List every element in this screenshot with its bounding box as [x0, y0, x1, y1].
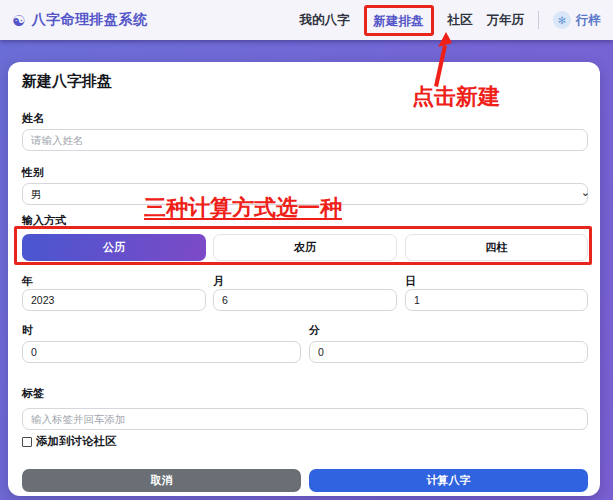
- annotation-choose-method-text: 三种计算方式选一种: [144, 193, 342, 223]
- tab-lunar-calendar[interactable]: 农历: [213, 234, 397, 261]
- hour-input[interactable]: [22, 341, 301, 363]
- user-avatar-icon: ✻: [553, 11, 571, 29]
- cancel-button[interactable]: 取消: [22, 469, 301, 492]
- username[interactable]: 行梓: [576, 12, 601, 29]
- year-input[interactable]: [22, 289, 206, 311]
- app-header: ☯ 八字命理排盘系统 我的八字 新建排盘 社区 万年历 ✻ 行梓: [0, 0, 613, 40]
- name-label: 姓名: [22, 111, 44, 126]
- calculate-bazi-button[interactable]: 计算八字: [309, 469, 588, 492]
- nav-divider: [538, 11, 539, 29]
- hour-label: 时: [22, 323, 33, 338]
- nav-my-bazi[interactable]: 我的八字: [300, 12, 350, 29]
- community-checkbox-row: 添加到讨论社区: [22, 434, 117, 449]
- new-chart-form-card: 新建八字排盘 姓名 性别 男 ⌄ 输入方式 公历 农历 四柱 年 月 日 时 分…: [8, 62, 600, 496]
- nav-calendar[interactable]: 万年历: [487, 12, 525, 29]
- annotation-arrow-icon: [424, 30, 460, 88]
- minute-label: 分: [309, 323, 320, 338]
- day-label: 日: [405, 274, 416, 289]
- year-label: 年: [22, 274, 33, 289]
- brand[interactable]: ☯ 八字命理排盘系统: [12, 11, 147, 29]
- annotation-highlight-box: 新建排盘: [364, 5, 434, 36]
- form-title: 新建八字排盘: [22, 72, 112, 91]
- minute-input[interactable]: [309, 341, 588, 363]
- name-input[interactable]: [22, 129, 588, 151]
- tab-four-pillars[interactable]: 四柱: [405, 234, 588, 261]
- app-title: 八字命理排盘系统: [31, 11, 147, 29]
- month-label: 月: [213, 274, 224, 289]
- tags-label: 标签: [22, 386, 44, 401]
- nav-community[interactable]: 社区: [448, 12, 473, 29]
- nav-new-chart[interactable]: 新建排盘: [374, 14, 424, 28]
- community-checkbox-label: 添加到讨论社区: [36, 434, 117, 449]
- day-input[interactable]: [405, 289, 588, 311]
- yinyang-logo-icon: ☯: [12, 13, 25, 28]
- month-input[interactable]: [213, 289, 397, 311]
- user-menu[interactable]: ✻ 行梓: [553, 11, 601, 29]
- community-checkbox[interactable]: [22, 437, 32, 447]
- gender-label: 性别: [22, 165, 44, 180]
- page: ☯ 八字命理排盘系统 我的八字 新建排盘 社区 万年历 ✻ 行梓 新建八字排盘 …: [0, 0, 613, 500]
- tab-solar-calendar[interactable]: 公历: [22, 234, 206, 261]
- tags-input[interactable]: [22, 408, 588, 430]
